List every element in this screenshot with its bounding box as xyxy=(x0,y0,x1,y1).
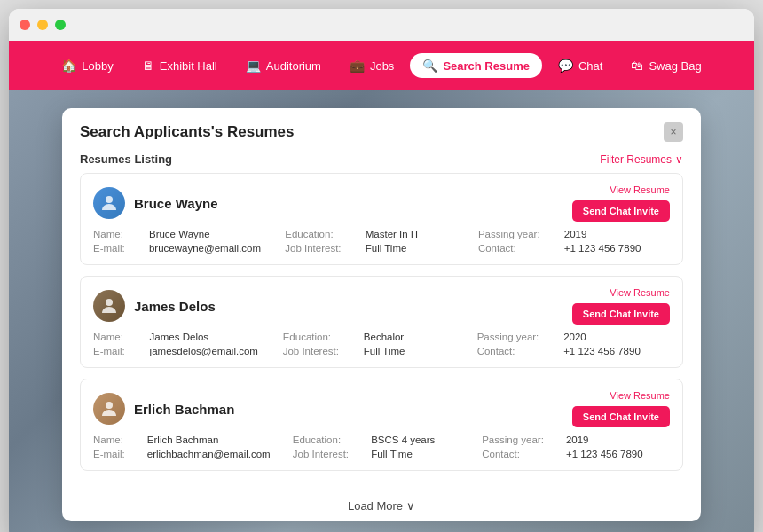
section-title: Resumes Listing xyxy=(80,153,172,166)
email-label: E-mail: xyxy=(93,449,140,459)
contact-label: Contact: xyxy=(477,346,557,356)
nav-icon: 🖥 xyxy=(142,59,154,73)
minimize-dot[interactable] xyxy=(37,20,48,30)
card-top: Erlich Bachman View Resume Send Chat Inv… xyxy=(93,390,670,427)
contact-value: +1 123 456 7890 xyxy=(563,346,670,356)
name-value: Erlich Bachman xyxy=(147,434,286,445)
maximize-dot[interactable] xyxy=(55,20,66,30)
contact-value: +1 123 456 7890 xyxy=(566,449,670,459)
job-interest-label: Job Interest: xyxy=(293,449,364,459)
search-resume-modal: Search Applicants's Resumes × Resumes Li… xyxy=(62,108,701,521)
nav-icon: 🔍 xyxy=(422,59,437,73)
passing-year-label: Passing year: xyxy=(477,332,557,342)
svg-point-0 xyxy=(106,196,113,203)
send-chat-invite-button[interactable]: Send Chat Invite xyxy=(572,200,670,222)
card-name-row: Bruce Wayne xyxy=(93,187,217,219)
card-details: Name: James Delos Education: Bechalor Pa… xyxy=(93,332,670,356)
education-value: Bechalor xyxy=(364,332,470,342)
nav-item-auditorium[interactable]: 💻Auditorium xyxy=(233,53,334,78)
name-value: Bruce Wayne xyxy=(149,229,278,239)
person-name: James Delos xyxy=(134,299,216,314)
nav-item-search-resume[interactable]: 🔍Search Resume xyxy=(410,53,542,78)
email-value: erlichbachman@email.com xyxy=(147,449,286,459)
nav-icon: 💬 xyxy=(558,59,573,73)
avatar xyxy=(93,187,125,219)
education-label: Education: xyxy=(293,434,364,445)
nav-icon: 💼 xyxy=(350,59,365,73)
content-area: Search Applicants's Resumes × Resumes Li… xyxy=(9,90,754,532)
name-label: Name: xyxy=(93,434,140,445)
chevron-down-icon: ∨ xyxy=(406,499,415,512)
email-value: brucewayne@email.com xyxy=(149,243,278,254)
passing-year-value: 2019 xyxy=(566,434,670,445)
avatar xyxy=(93,290,125,322)
job-interest-label: Job Interest: xyxy=(285,243,358,254)
nav-icon: 🛍 xyxy=(631,59,643,73)
job-interest-value: Full Time xyxy=(364,346,470,356)
education-value: Master In IT xyxy=(366,229,471,239)
close-dot[interactable] xyxy=(20,20,30,30)
nav-item-swag-bag[interactable]: 🛍Swag Bag xyxy=(618,53,713,78)
contact-label: Contact: xyxy=(482,449,559,459)
nav-item-chat[interactable]: 💬Chat xyxy=(546,53,615,78)
card-top: James Delos View Resume Send Chat Invite xyxy=(93,287,670,325)
passing-year-value: 2020 xyxy=(563,332,670,342)
card-name-row: Erlich Bachman xyxy=(93,393,234,425)
resume-card: Bruce Wayne View Resume Send Chat Invite… xyxy=(80,173,683,265)
resumes-list: Bruce Wayne View Resume Send Chat Invite… xyxy=(62,173,701,490)
section-header: Resumes Listing Filter Resumes ∨ xyxy=(62,149,701,173)
nav-item-lobby[interactable]: 🏠Lobby xyxy=(49,53,125,78)
card-actions: View Resume Send Chat Invite xyxy=(572,184,670,222)
job-interest-label: Job Interest: xyxy=(283,346,357,356)
education-label: Education: xyxy=(285,229,358,239)
card-name-row: James Delos xyxy=(93,290,216,322)
card-actions: View Resume Send Chat Invite xyxy=(572,390,670,427)
app-window: 🏠Lobby🖥Exhibit Hall💻Auditorium💼Jobs🔍Sear… xyxy=(9,9,754,532)
avatar xyxy=(93,393,125,425)
card-details: Name: Erlich Bachman Education: BSCS 4 y… xyxy=(93,434,670,459)
job-interest-value: Full Time xyxy=(371,449,475,459)
nav-icon: 💻 xyxy=(246,59,261,73)
resume-card: James Delos View Resume Send Chat Invite… xyxy=(80,276,683,368)
name-label: Name: xyxy=(93,332,143,342)
navbar: 🏠Lobby🖥Exhibit Hall💻Auditorium💼Jobs🔍Sear… xyxy=(9,41,754,90)
email-label: E-mail: xyxy=(93,243,142,254)
job-interest-value: Full Time xyxy=(366,243,471,254)
nav-icon: 🏠 xyxy=(61,59,76,73)
contact-label: Contact: xyxy=(478,243,557,254)
send-chat-invite-button[interactable]: Send Chat Invite xyxy=(572,303,670,325)
education-label: Education: xyxy=(283,332,357,342)
filter-label: Filter Resumes xyxy=(600,153,672,166)
nav-item-exhibit-hall[interactable]: 🖥Exhibit Hall xyxy=(130,53,230,78)
card-actions: View Resume Send Chat Invite xyxy=(572,287,670,325)
passing-year-value: 2019 xyxy=(564,229,670,239)
person-name: Erlich Bachman xyxy=(134,402,234,417)
card-top: Bruce Wayne View Resume Send Chat Invite xyxy=(93,184,670,222)
view-resume-link[interactable]: View Resume xyxy=(610,390,670,401)
filter-resumes-button[interactable]: Filter Resumes ∨ xyxy=(600,153,683,166)
titlebar xyxy=(9,9,754,41)
nav-item-jobs[interactable]: 💼Jobs xyxy=(337,53,406,78)
modal-title: Search Applicants's Resumes xyxy=(80,123,295,141)
email-label: E-mail: xyxy=(93,346,143,356)
svg-point-2 xyxy=(106,402,113,409)
load-more-button[interactable]: Load More ∨ xyxy=(62,490,701,521)
passing-year-label: Passing year: xyxy=(478,229,557,239)
svg-point-1 xyxy=(106,299,113,306)
name-value: James Delos xyxy=(150,332,276,342)
modal-header: Search Applicants's Resumes × xyxy=(62,108,701,149)
education-value: BSCS 4 years xyxy=(371,434,475,445)
name-label: Name: xyxy=(93,229,142,239)
email-value: jamesdelos@email.com xyxy=(150,346,276,356)
send-chat-invite-button[interactable]: Send Chat Invite xyxy=(572,406,670,427)
close-button[interactable]: × xyxy=(664,122,683,142)
chevron-down-icon: ∨ xyxy=(675,153,683,166)
person-name: Bruce Wayne xyxy=(134,196,217,211)
view-resume-link[interactable]: View Resume xyxy=(610,184,670,195)
view-resume-link[interactable]: View Resume xyxy=(610,287,670,298)
card-details: Name: Bruce Wayne Education: Master In I… xyxy=(93,229,670,254)
contact-value: +1 123 456 7890 xyxy=(564,243,670,254)
passing-year-label: Passing year: xyxy=(482,434,559,445)
resume-card: Erlich Bachman View Resume Send Chat Inv… xyxy=(80,379,683,471)
